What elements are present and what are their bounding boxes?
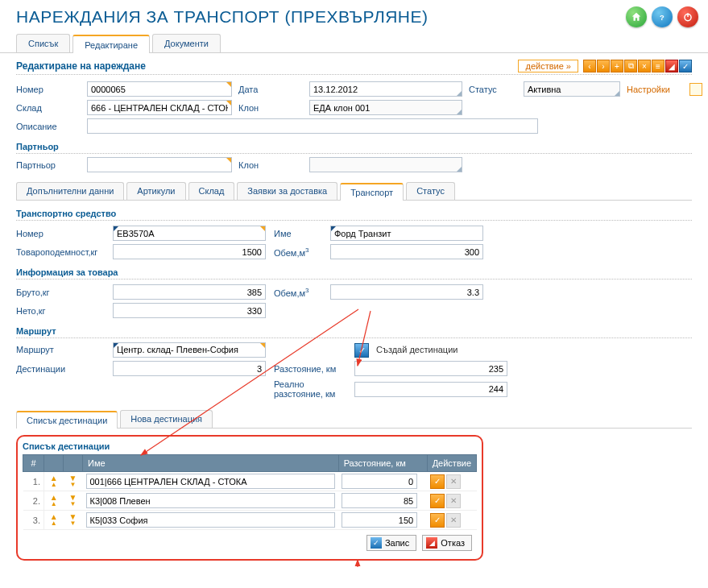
destination-distance-input[interactable]: [342, 512, 417, 528]
partner-label: Партньор: [16, 160, 81, 170]
partner-section-title: Партньор: [16, 142, 692, 154]
tab-documents[interactable]: Документи: [152, 34, 221, 52]
vehicle-number-label: Номер: [16, 229, 105, 238]
route-section-title: Маршрут: [16, 326, 692, 338]
list-icon[interactable]: ≡: [652, 60, 665, 72]
number-input[interactable]: [87, 81, 232, 97]
distance-input[interactable]: [354, 361, 507, 376]
nav-prev-icon[interactable]: ‹: [583, 60, 596, 72]
description-input[interactable]: [87, 118, 538, 134]
tab-new-destination[interactable]: Нова дестинация: [120, 410, 213, 428]
move-bottom-icon[interactable]: ▼: [67, 482, 80, 488]
vehicle-section-title: Транспортно средство: [16, 209, 692, 221]
move-top-icon[interactable]: ▲: [48, 482, 60, 488]
partner-input[interactable]: [87, 157, 232, 172]
cargo-volume-label: Обем,м3: [274, 287, 322, 298]
copy-icon[interactable]: ⧉: [624, 60, 637, 72]
cancel-button[interactable]: ◢Отказ: [422, 535, 472, 551]
cancel-icon: ◢: [426, 537, 437, 549]
net-label: Нето,кг: [16, 306, 105, 316]
route-input[interactable]: [113, 342, 266, 358]
home-icon[interactable]: [626, 6, 647, 27]
confirm-icon[interactable]: ✓: [679, 60, 692, 72]
record-toolbar: ‹ › + ⧉ × ≡ ◢ ✓: [583, 60, 692, 72]
delete-icon[interactable]: ×: [638, 60, 651, 72]
row-confirm-icon[interactable]: ✓: [430, 474, 445, 489]
tab-warehouse[interactable]: Склад: [188, 182, 235, 200]
row-delete-icon[interactable]: ✕: [446, 494, 461, 508]
destinations-panel: Списък дестинации # Име Разстояние, км Д…: [16, 435, 483, 561]
tab-extra-data[interactable]: Допълнителни данни: [16, 182, 124, 200]
number-label: Номер: [16, 85, 81, 94]
cargo-section-title: Информация за товара: [16, 267, 692, 280]
main-tabs: Списък Редактиране Документи: [0, 34, 708, 53]
gross-input[interactable]: [113, 284, 266, 300]
action-menu-button[interactable]: действие: [518, 60, 578, 72]
branch-input: [309, 100, 462, 115]
tab-status[interactable]: Статус: [406, 182, 455, 200]
row-delete-icon[interactable]: ✕: [446, 474, 461, 489]
net-input[interactable]: [113, 303, 266, 318]
row-index: 1.: [23, 472, 44, 491]
table-row: 2.▲▲▼▼✓✕: [23, 491, 477, 511]
create-destinations-button[interactable]: ✓: [354, 343, 369, 358]
destinations-list-title: Списък дестинации: [23, 441, 477, 451]
power-icon[interactable]: [677, 6, 698, 27]
row-index: 3.: [23, 511, 44, 530]
capacity-label: Товароподемност,кг: [16, 247, 105, 257]
destination-distance-input[interactable]: [342, 493, 417, 508]
vehicle-volume-label: Обем,м3: [274, 246, 322, 258]
nav-next-icon[interactable]: ›: [597, 60, 610, 72]
vehicle-number-input[interactable]: [113, 226, 266, 241]
tab-transport[interactable]: Транспорт: [340, 183, 404, 201]
col-distance: Разстояние, км: [338, 455, 427, 472]
tab-destination-list[interactable]: Списък дестинации: [16, 411, 118, 429]
row-confirm-icon[interactable]: ✓: [430, 513, 445, 528]
status-label: Статус: [469, 85, 517, 94]
destinations-count-input[interactable]: [113, 361, 266, 376]
row-index: 2.: [23, 491, 44, 511]
real-distance-label: Реално разстояние, км: [274, 379, 346, 399]
col-index: #: [23, 455, 44, 472]
destination-name-input[interactable]: [86, 493, 336, 508]
route-label: Маршрут: [16, 345, 105, 354]
row-delete-icon[interactable]: ✕: [446, 513, 461, 528]
destinations-table: # Име Разстояние, км Действие 1.▲▲▼▼✓✕2.…: [23, 454, 477, 530]
section-title: Редактиране на нареждане: [16, 60, 518, 72]
create-destinations-label: Създай дестинации: [376, 345, 458, 354]
destinations-label: Дестинации: [16, 364, 105, 374]
distance-label: Разстояние, км: [274, 364, 346, 374]
destination-name-input[interactable]: [86, 474, 336, 489]
move-top-icon[interactable]: ▲: [48, 520, 60, 527]
tab-list[interactable]: Списък: [16, 34, 70, 52]
destination-distance-input[interactable]: [342, 474, 417, 489]
tab-delivery-requests[interactable]: Заявки за доставка: [237, 182, 337, 200]
date-input[interactable]: [309, 81, 462, 97]
cargo-volume-input[interactable]: [330, 284, 483, 300]
capacity-input[interactable]: [113, 244, 266, 259]
move-bottom-icon[interactable]: ▼: [67, 520, 80, 527]
vehicle-name-input[interactable]: [330, 226, 483, 241]
real-distance-input[interactable]: [354, 382, 507, 397]
page-title: НАРЕЖДАНИЯ ЗА ТРАНСПОРТ (ПРЕХВЪРЛЯНЕ): [16, 7, 429, 27]
col-action: Действие: [427, 455, 476, 472]
vehicle-name-label: Име: [274, 229, 322, 238]
vehicle-volume-input[interactable]: [330, 244, 483, 259]
settings-label[interactable]: Настройки: [627, 85, 683, 94]
warehouse-input[interactable]: [87, 100, 232, 115]
tab-articles[interactable]: Артикули: [126, 182, 185, 200]
tab-edit[interactable]: Редактиране: [72, 35, 150, 53]
save-button[interactable]: ✓Запис: [366, 535, 416, 551]
detail-tabs: Допълнителни данни Артикули Склад Заявки…: [16, 182, 692, 201]
row-confirm-icon[interactable]: ✓: [430, 494, 445, 508]
move-bottom-icon[interactable]: ▼: [67, 501, 80, 507]
gross-label: Бруто,кг: [16, 288, 105, 297]
destination-name-input[interactable]: [86, 512, 336, 528]
settings-checkbox[interactable]: [689, 83, 702, 96]
add-icon[interactable]: +: [611, 60, 623, 72]
partner-branch-input: [309, 157, 462, 172]
cancel-icon[interactable]: ◢: [665, 60, 678, 72]
move-top-icon[interactable]: ▲: [48, 501, 60, 507]
help-icon[interactable]: ?: [652, 6, 673, 27]
branch-label: Клон: [238, 103, 303, 113]
